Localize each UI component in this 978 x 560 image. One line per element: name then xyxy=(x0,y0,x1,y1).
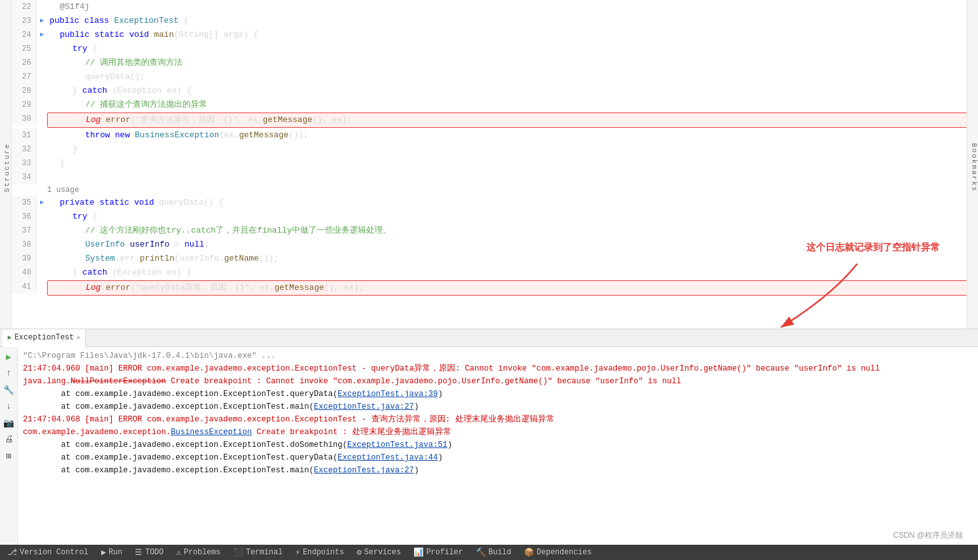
dependencies-icon: 📦 xyxy=(524,547,534,557)
status-label: Problems xyxy=(184,548,221,557)
status-label: Terminal xyxy=(246,548,283,557)
run-tab-exceptiontest[interactable]: ▶ ExceptionTest ✕ xyxy=(3,329,86,347)
output-line: at com.example.javademo.exception.Except… xyxy=(23,464,973,477)
output-line: "C:\Program Files\Java\jdk-17.0.4.1\bin\… xyxy=(23,350,973,362)
run-camera-button[interactable]: 📷 xyxy=(2,416,16,430)
code-part: (Exception ex) { xyxy=(112,86,191,95)
line-number-25: 25 xyxy=(11,42,37,56)
line-code-38: UserInfo userInfo = null; xyxy=(47,238,978,252)
code-part: getMessage xyxy=(263,115,312,125)
output-line: at com.example.javademo.exception.Except… xyxy=(23,439,973,451)
line-code-25: try { xyxy=(47,42,978,56)
run-panel: ▶ ExceptionTest ✕ ▶ ↑ 🔧 ↓ 📷 🖨 ⊞ "C:\Prog… xyxy=(0,329,978,545)
output-link[interactable]: ExceptionTest.java:51 xyxy=(347,440,448,449)
output-text-after: ) xyxy=(448,440,453,449)
status-item-profiler[interactable]: 📊Profiler xyxy=(411,545,465,560)
output-text-after: Create breakpoint : 处理末尾业务抛出逻辑异常 xyxy=(252,428,451,437)
code-line-39: 39System.err.println(userInfo.getName())… xyxy=(11,252,978,266)
line-number-24: 24 xyxy=(11,28,37,42)
status-item-dependencies[interactable]: 📦Dependencies xyxy=(521,545,594,560)
code-line-25: 25try { xyxy=(11,42,978,56)
code-part: class xyxy=(85,16,114,25)
code-part: } xyxy=(60,158,65,168)
output-text-after: Create breakpoint : Cannot invoke "com.e… xyxy=(166,377,681,386)
code-part: (Exception ex) { xyxy=(112,268,191,277)
output-line: at com.example.javademo.exception.Except… xyxy=(23,400,973,413)
status-item-version-control[interactable]: ⎇Version Control xyxy=(5,545,91,560)
code-part: try xyxy=(72,212,92,221)
code-part: ("queryData异常，原因：{}", ex. xyxy=(130,283,274,292)
run-extra-button[interactable]: ⊞ xyxy=(2,449,16,463)
line-arrow-35: ▶ xyxy=(37,196,47,210)
status-label: Services xyxy=(364,548,401,557)
code-part: queryData(); xyxy=(85,72,145,81)
output-link[interactable]: ExceptionTest.java:27 xyxy=(314,466,415,475)
run-down-button[interactable]: ↓ xyxy=(2,399,16,413)
run-wrench-button[interactable]: 🔧 xyxy=(2,383,16,397)
code-line-22: 22@S1f4j xyxy=(11,0,978,14)
line-number-35: 35 xyxy=(11,196,37,210)
structure-label: Structure xyxy=(3,143,11,192)
line-code-30: Log.error("查询方法异常，原因：{}", ex.getMessage(… xyxy=(47,113,978,128)
line-number-22: 22 xyxy=(11,0,37,14)
run-tab-close-button[interactable]: ✕ xyxy=(76,334,80,341)
code-part: getMessage xyxy=(274,283,324,292)
status-item-problems[interactable]: ⚠Problems xyxy=(174,545,223,560)
status-item-todo[interactable]: ☰TODO xyxy=(132,545,166,560)
run-play-button[interactable]: ▶ xyxy=(2,350,16,364)
status-label: TODO xyxy=(145,548,163,557)
code-part: void xyxy=(134,198,159,207)
code-part: error xyxy=(106,115,130,125)
code-part: public xyxy=(60,30,95,39)
status-item-terminal[interactable]: ⬛Terminal xyxy=(231,545,286,560)
status-bar: ⎇Version Control▶Run☰TODO⚠Problems⬛Termi… xyxy=(0,545,978,560)
services-icon: ⚙ xyxy=(357,547,362,557)
line-code-41: Log.error("queryData异常，原因：{}", ex.getMes… xyxy=(47,280,978,296)
bookmarks-label: Bookmarks xyxy=(970,143,978,192)
code-line-37: 37// 这个方法刚好你也try..catch了，并且在finally中做了一些… xyxy=(11,224,978,238)
output-text-after: ) xyxy=(414,402,419,411)
status-item-endpoints[interactable]: ⚡Endpoints xyxy=(293,545,347,560)
line-code-32: } xyxy=(47,142,978,156)
status-item-build[interactable]: 🔨Build xyxy=(473,545,514,560)
output-link[interactable]: BusinessException xyxy=(171,428,252,437)
code-part: (), ex); xyxy=(312,115,352,125)
status-label: Run xyxy=(109,548,123,557)
code-part: Log xyxy=(86,115,100,125)
run-stop-up-button[interactable]: ↑ xyxy=(2,366,16,380)
status-label: Endpoints xyxy=(303,548,344,557)
code-part: { xyxy=(92,212,97,221)
code-part: // 捕获这个查询方法抛出的异常 xyxy=(85,100,207,109)
code-part: null xyxy=(184,240,204,249)
line-code-31: throw new BusinessException(ex.getMessag… xyxy=(47,128,978,142)
usage-hint: 1 usage xyxy=(11,184,978,196)
run-printer-button[interactable]: 🖨 xyxy=(2,432,16,446)
code-line-23: 23▶public class ExceptionTest { xyxy=(11,14,978,28)
output-text: at com.example.javademo.exception.Except… xyxy=(23,453,338,462)
code-content[interactable]: 22@S1f4j23▶public class ExceptionTest {2… xyxy=(11,0,978,329)
code-part: { xyxy=(92,44,97,53)
code-part: static xyxy=(95,30,130,39)
output-link[interactable]: ExceptionTest.java:27 xyxy=(314,402,415,411)
code-part: public xyxy=(50,16,85,25)
status-item-services[interactable]: ⚙Services xyxy=(354,545,403,560)
code-line-30: 30Log.error("查询方法异常，原因：{}", ex.getMessag… xyxy=(11,112,978,128)
output-link[interactable]: ExceptionTest.java:39 xyxy=(338,390,438,399)
run-tab-icon: ▶ xyxy=(8,333,12,341)
code-line-28: 28} catch (Exception ex) { xyxy=(11,84,978,98)
output-link[interactable]: ExceptionTest.java:44 xyxy=(338,453,438,462)
line-number-28: 28 xyxy=(11,84,37,98)
line-code-28: } catch (Exception ex) { xyxy=(47,84,978,98)
output-text-after: ) xyxy=(414,466,419,475)
run-body: ▶ ↑ 🔧 ↓ 📷 🖨 ⊞ "C:\Program Files\Java\jdk… xyxy=(0,347,978,545)
code-part: (), ex); xyxy=(324,283,363,292)
status-label: Build xyxy=(488,548,511,557)
line-number-40: 40 xyxy=(11,266,37,280)
line-number-37: 37 xyxy=(11,224,37,238)
code-part: try xyxy=(72,44,92,53)
bookmarks-panel: Bookmarks xyxy=(967,0,978,329)
status-item-run[interactable]: ▶Run xyxy=(99,545,125,560)
code-part: ()); xyxy=(259,254,279,263)
code-part: = xyxy=(170,240,184,249)
run-output[interactable]: "C:\Program Files\Java\jdk-17.0.4.1\bin\… xyxy=(18,347,978,545)
